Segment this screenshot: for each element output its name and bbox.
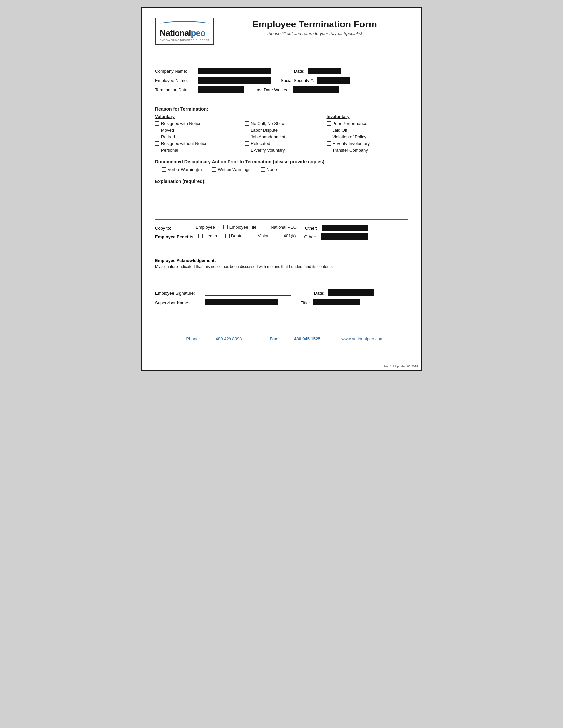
title-area: Employee Termination Form Please fill ou… [221, 18, 408, 36]
cb-relocated-label: Relocated [251, 141, 270, 146]
checkbox-job-abandonment-icon[interactable] [245, 135, 249, 139]
phone-label: Phone: 480.429.8098 [179, 336, 250, 341]
cb-everify-involuntary[interactable]: E-Verify Involuntary [327, 141, 408, 146]
copy-to-row: Copy to: Employee Employee File National… [155, 225, 408, 231]
checkbox-resigned-notice-icon[interactable] [155, 121, 159, 126]
cb-employee[interactable]: Employee [190, 225, 215, 230]
checkbox-poor-performance-icon[interactable] [327, 121, 331, 126]
checkbox-resigned-no-notice-icon[interactable] [155, 141, 159, 146]
checkbox-transfer-company-icon[interactable] [327, 148, 331, 152]
cb-transfer-company-label: Transfer Company [333, 148, 368, 153]
benefits-row: Employee Benefits Health Dental Vision 4… [155, 233, 408, 240]
cb-job-abandonment[interactable]: Job Abandonment [245, 134, 326, 139]
cb-labor-dispute[interactable]: Labor Dispute [245, 128, 326, 133]
cb-laid-off[interactable]: Laid Off [327, 128, 408, 133]
cb-poor-performance[interactable]: Poor Performance [327, 121, 408, 126]
checkbox-national-peo-icon[interactable] [264, 225, 269, 229]
checkbox-moved-icon[interactable] [155, 128, 159, 132]
employee-sig-line[interactable] [205, 289, 291, 296]
last-date-worked-input[interactable] [293, 86, 340, 93]
logo-area: Nationalpeo EMPOWERING BUSINESS SUCCESS [155, 18, 221, 45]
termination-date-input[interactable] [198, 86, 244, 93]
checkbox-retired-icon[interactable] [155, 135, 159, 139]
benefits-other-label: Other: [305, 234, 316, 239]
cb-no-call[interactable]: No Call, No Show [245, 121, 326, 126]
checkbox-vision-icon[interactable] [252, 234, 256, 238]
cb-everify-involuntary-label: E-Verify Involuntary [333, 141, 370, 146]
cb-employee-file[interactable]: Employee File [223, 225, 256, 230]
cb-violation-policy[interactable]: Violation of Policy [327, 134, 408, 139]
explanation-input[interactable] [155, 187, 408, 220]
checkbox-employee-file-icon[interactable] [223, 225, 227, 229]
cb-laid-off-label: Laid Off [333, 128, 348, 133]
cb-no-call-label: No Call, No Show [251, 121, 285, 126]
termination-date-label: Termination Date: [155, 87, 195, 92]
ssn-input[interactable] [317, 77, 351, 84]
checkbox-no-call-icon[interactable] [245, 121, 249, 126]
rev-note: Rev. 1.1 Updated 05/2014 [384, 365, 418, 368]
copy-other-input[interactable] [322, 225, 368, 231]
cb-dental[interactable]: Dental [225, 233, 244, 238]
form-subtitle: Please fill out and return to your Payro… [221, 31, 408, 36]
cb-verbal-warning[interactable]: Verbal Warning(s) [162, 167, 202, 172]
logo-peo: peo [191, 28, 205, 38]
checkbox-health-icon[interactable] [198, 234, 203, 238]
cb-401k[interactable]: 401(k) [278, 233, 296, 238]
voluntary-col1: Voluntary Resigned with Notice Moved Ret… [155, 114, 245, 154]
cb-vision[interactable]: Vision [252, 233, 269, 238]
checkbox-laid-off-icon[interactable] [327, 128, 331, 132]
cb-transfer-company[interactable]: Transfer Company [327, 148, 408, 153]
cb-resigned-notice-label: Resigned with Notice [161, 121, 201, 126]
logo-arc-icon [160, 21, 209, 27]
cb-resigned-notice[interactable]: Resigned with Notice [155, 121, 245, 126]
voluntary-header: Voluntary [155, 114, 245, 119]
supervisor-label: Supervisor Name: [155, 300, 201, 305]
checkbox-employee-icon[interactable] [190, 225, 194, 229]
cb-personal[interactable]: Personal [155, 148, 245, 153]
title-input[interactable] [313, 299, 360, 305]
checkbox-labor-dispute-icon[interactable] [245, 128, 249, 132]
cb-dental-label: Dental [231, 233, 244, 238]
checkbox-written-warnings-icon[interactable] [212, 167, 216, 172]
cb-moved[interactable]: Moved [155, 128, 245, 133]
cb-relocated[interactable]: Relocated [245, 141, 326, 146]
fax-label-text: Fax: [269, 336, 278, 341]
cb-personal-label: Personal [161, 148, 178, 153]
fax-label: Fax: 480.945.1525 [263, 336, 328, 341]
checkbox-dental-icon[interactable] [225, 234, 229, 238]
checkbox-violation-policy-icon[interactable] [327, 135, 331, 139]
cb-employee-label: Employee [196, 225, 215, 230]
checkbox-everify-voluntary-icon[interactable] [245, 148, 249, 152]
termination-reason-section: Reason for Termination: Voluntary Resign… [155, 106, 408, 154]
company-name-input[interactable] [198, 68, 271, 74]
checkbox-personal-icon[interactable] [155, 148, 159, 152]
termination-date-row: Termination Date: Last Date Worked: [155, 86, 408, 93]
cb-national-peo[interactable]: National PEO [264, 225, 297, 230]
checkbox-verbal-warning-icon[interactable] [162, 167, 166, 172]
supervisor-name-input[interactable] [205, 299, 277, 305]
checkbox-relocated-icon[interactable] [245, 141, 249, 146]
checkbox-401k-icon[interactable] [278, 234, 282, 238]
checkbox-everify-involuntary-icon[interactable] [327, 141, 331, 146]
sig-date-input[interactable] [328, 289, 374, 296]
cb-verbal-warning-label: Verbal Warning(s) [167, 167, 202, 172]
voluntary-col2: No Call, No Show Labor Dispute Job Aband… [245, 114, 326, 154]
cb-written-warnings[interactable]: Written Warnings [212, 167, 251, 172]
checkbox-none-icon[interactable] [260, 167, 265, 172]
form-title: Employee Termination Form [221, 19, 408, 30]
cb-retired[interactable]: Retired [155, 134, 245, 139]
cb-moved-label: Moved [161, 128, 174, 133]
cb-violation-policy-label: Violation of Policy [333, 134, 366, 139]
copy-other-label: Other: [305, 226, 317, 231]
employee-name-input[interactable] [198, 77, 271, 84]
reason-columns: Voluntary Resigned with Notice Moved Ret… [155, 114, 408, 154]
date-label: Date: [294, 69, 305, 74]
date-input[interactable] [308, 68, 341, 74]
cb-none[interactable]: None [260, 167, 277, 172]
disciplinary-title: Documented Disciplinary Action Prior to … [155, 159, 408, 164]
cb-health[interactable]: Health [198, 233, 217, 238]
cb-everify-voluntary[interactable]: E-Verify Voluntary [245, 148, 326, 153]
cb-resigned-no-notice[interactable]: Resigned without Notice [155, 141, 245, 146]
website: www.nationalpeo.com [342, 336, 383, 341]
benefits-other-input[interactable] [321, 233, 368, 240]
